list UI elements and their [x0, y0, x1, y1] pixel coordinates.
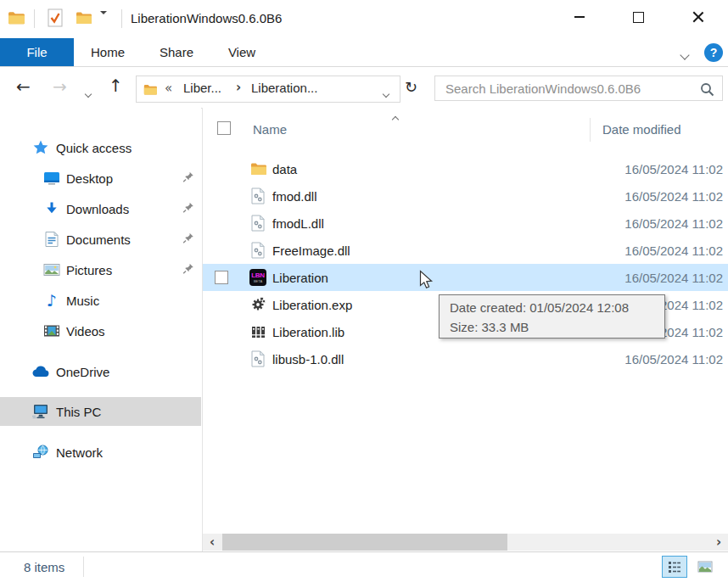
tab-home-label: Home	[91, 45, 125, 59]
titlebar-separator-2	[121, 9, 122, 28]
downloads-icon	[42, 202, 62, 216]
maximize-icon	[633, 12, 644, 23]
forward-icon[interactable]: →	[53, 78, 67, 95]
file-date: 16/05/2024 11:02	[624, 271, 723, 285]
horizontal-scrollbar[interactable]: ‹ ›	[203, 534, 728, 551]
qat-customize-icon[interactable]	[100, 14, 109, 29]
breadcrumb-crumb-parent[interactable]: Liber...	[183, 81, 221, 95]
close-button[interactable]	[679, 0, 718, 34]
quick-access-star-icon	[31, 140, 51, 156]
tab-view-label: View	[228, 45, 255, 59]
thumbnails-view-button[interactable]	[692, 556, 718, 578]
recent-locations-icon[interactable]	[86, 85, 91, 99]
help-button[interactable]: ?	[704, 43, 723, 62]
folder-icon	[249, 163, 267, 176]
sidebar-item-this-pc[interactable]: This PC	[0, 397, 201, 426]
file-date: 16/05/2024 11:02	[624, 243, 723, 258]
breadcrumb-crumb-current[interactable]: Liberation...	[251, 81, 317, 95]
sidebar-item-label: Pictures	[66, 263, 112, 277]
file-date: 16/05/2024 11:02	[624, 216, 723, 231]
file-name: Liberation	[272, 271, 328, 285]
minimize-icon	[574, 16, 585, 18]
file-row-freeimage-dll[interactable]: FreeImage.dll 16/05/2024 11:02	[203, 237, 728, 264]
thumbnails-view-icon	[697, 561, 713, 573]
titlebar: LiberationWindows0.6.0B6	[0, 0, 728, 38]
file-date: 16/05/2024 11:02	[624, 189, 723, 204]
lbn-icon-text: LBN	[251, 272, 265, 279]
file-name: Liberation.exp	[272, 298, 352, 312]
pin-icon	[182, 171, 194, 186]
sidebar-item-label: Music	[66, 294, 99, 308]
refresh-icon[interactable]: ↻	[405, 79, 417, 96]
file-name: fmodL.dll	[272, 216, 324, 231]
sidebar-item-label: Quick access	[56, 141, 132, 155]
up-icon[interactable]: ↑	[109, 77, 123, 94]
file-row-fmodl-dll[interactable]: fmodL.dll 16/05/2024 11:02	[203, 210, 728, 237]
navigation-bar: ← → ↑ « Liber... › Liberation... ↻	[0, 67, 728, 109]
scroll-left-icon[interactable]: ‹	[204, 534, 220, 551]
file-row-fmod-dll[interactable]: fmod.dll 16/05/2024 11:02	[203, 182, 728, 210]
sidebar-item-music[interactable]: ♪ Music	[0, 286, 201, 315]
sidebar-item-label: Downloads	[66, 202, 129, 216]
sidebar-item-network[interactable]: Network	[0, 438, 201, 467]
exports-file-icon	[249, 297, 267, 312]
sidebar-item-onedrive[interactable]: OneDrive	[0, 357, 201, 386]
app-folder-icon	[8, 11, 25, 25]
help-label: ?	[710, 46, 718, 59]
scrollbar-thumb[interactable]	[222, 534, 507, 551]
maximize-button[interactable]	[619, 0, 658, 34]
pictures-icon	[42, 264, 62, 277]
tab-share-label: Share	[160, 45, 193, 59]
sidebar-item-desktop[interactable]: Desktop	[0, 164, 201, 193]
address-dropdown-icon[interactable]	[384, 85, 389, 99]
search-input[interactable]	[435, 76, 722, 100]
sidebar-item-label: Documents	[66, 232, 131, 247]
application-lbn-icon: LBNBETA	[249, 269, 267, 286]
back-icon[interactable]: ←	[16, 78, 31, 95]
tab-home[interactable]: Home	[84, 38, 132, 66]
ribbon-tab-bar: File Home Share View ?	[0, 38, 728, 67]
tab-share[interactable]: Share	[152, 38, 201, 66]
dll-file-icon	[249, 187, 267, 204]
sidebar-item-quick-access[interactable]: Quick access	[0, 133, 201, 162]
breadcrumb-overflow[interactable]: «	[165, 81, 172, 96]
window-title: LiberationWindows0.6.0B6	[131, 11, 282, 25]
qat-new-folder-icon[interactable]	[76, 11, 92, 25]
column-divider[interactable]	[590, 118, 591, 142]
pin-icon	[182, 202, 194, 216]
file-row-data[interactable]: data 16/05/2024 11:02	[203, 155, 728, 182]
row-checkbox[interactable]	[215, 271, 228, 284]
sidebar-item-downloads[interactable]: Downloads	[0, 194, 201, 223]
dll-file-icon	[249, 215, 267, 232]
sidebar-item-documents[interactable]: Documents	[0, 225, 201, 254]
breadcrumb-separator-icon: ›	[236, 80, 241, 95]
details-view-button[interactable]	[662, 556, 687, 578]
tab-file[interactable]: File	[0, 38, 74, 66]
minimize-button[interactable]	[560, 0, 599, 34]
qat-properties-icon[interactable]	[48, 8, 63, 27]
sidebar-item-pictures[interactable]: Pictures	[0, 255, 201, 284]
column-header-name[interactable]: Name	[253, 122, 287, 137]
tooltip-date-created: Date created: 01/05/2024 12:08	[450, 298, 654, 317]
file-name: libusb-1.0.dll	[272, 352, 344, 367]
address-bar[interactable]: « Liber... › Liberation...	[136, 76, 400, 103]
network-icon	[31, 445, 51, 460]
scroll-right-icon[interactable]: ›	[711, 534, 726, 551]
file-row-libusb-dll[interactable]: libusb-1.0.dll 16/05/2024 11:02	[203, 345, 728, 372]
search-icon[interactable]	[700, 82, 714, 99]
file-name: Liberation.lib	[272, 325, 344, 339]
address-folder-icon	[143, 83, 157, 98]
select-all-checkbox[interactable]	[217, 121, 231, 135]
sidebar-item-videos[interactable]: Videos	[0, 316, 201, 345]
column-header-date-modified[interactable]: Date modified	[602, 122, 681, 137]
sidebar-item-label: Videos	[66, 324, 105, 339]
status-separator	[83, 557, 84, 577]
items-count: 8 items	[24, 560, 64, 574]
ribbon-collapse-icon[interactable]	[681, 47, 688, 61]
file-row-liberation[interactable]: LBNBETA Liberation 16/05/2024 11:02	[203, 264, 728, 291]
music-note-icon: ♪	[42, 291, 62, 310]
videos-icon	[42, 325, 62, 338]
tab-view[interactable]: View	[218, 38, 266, 66]
sidebar-item-label: This PC	[56, 405, 101, 419]
sidebar-item-label: Network	[56, 445, 103, 460]
